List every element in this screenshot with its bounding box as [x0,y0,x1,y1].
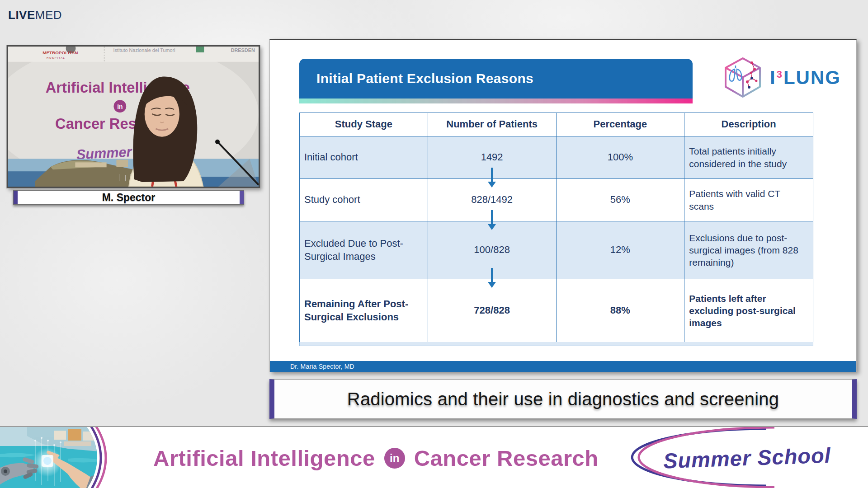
i3lung-wordmark: I3LUNG [770,67,841,89]
livemed-stream-screen: { "brand": { "live": "LIVE", "med": "MED… [0,0,868,488]
flow-arrow-icon [488,210,496,231]
i3lung-sup3: 3 [777,69,783,80]
poster-in-text: in [117,103,123,110]
livemed-logo: LIVEMED [8,8,62,22]
speaker-video-feed[interactable]: METROPOLITAN H O S P I T A L Istituto Na… [7,45,260,188]
table-row: Excluded Due to Post-Surgical Images 100… [300,221,813,279]
slide-title-bar: Initial Patient Exclusion Reasons [299,59,693,99]
table-bottom-strip [299,342,813,346]
livemed-logo-med: MED [35,8,62,22]
table-row: Remaining After Post-Surgical Exclusions… [300,279,813,342]
lecture-title: Radiomics and their use in diagnostics a… [347,389,779,409]
dresden-logo-text: DRESDEN [231,47,255,53]
name-bar-left-accent [14,191,18,204]
cell-stage: Excluded Due to Post-Surgical Images [300,221,428,279]
slide-title: Initial Patient Exclusion Reasons [316,71,533,86]
cell-stage: Remaining After Post-Surgical Exclusions [300,279,428,342]
i3lung-i: I [770,67,776,88]
table-row: Study cohort 828/1492 56% Patients with … [300,179,813,221]
i3lung-cube-icon [722,56,764,100]
livemed-logo-live: LIVE [8,8,35,22]
summer-school-text: Summer School [663,443,831,473]
lecture-title-banner: Radiomics and their use in diagnostics a… [269,379,857,419]
cell-stage: Study cohort [300,179,428,221]
cell-percentage: 12% [557,221,685,279]
speaker-name-bar: M. Spector [13,190,244,205]
event-title: Artificial Intelligence in Cancer Resear… [153,427,599,488]
cell-description: Patients left after excluding post-surgi… [684,279,813,342]
exclusion-table: Study Stage Number of Patients Percentag… [299,113,813,343]
title-gradient-strip [299,99,693,103]
i3lung-lung: LUNG [783,67,841,88]
partner-logo-icon [196,47,204,52]
cell-percentage: 100% [557,136,685,178]
slide-footer-bar: Dr. Maria Spector, MD [270,361,856,372]
event-title-right: Cancer Research [414,446,599,471]
summer-school-badge: Summer School [631,427,845,488]
cell-stage: Initial cohort [300,136,428,178]
summer-school-ellipse-icon: Summer School [631,427,845,488]
cell-percentage: 56% [557,179,685,221]
event-banner: Artificial Intelligence in Cancer Resear… [0,426,868,488]
col-header-study-stage: Study Stage [300,113,428,136]
col-header-percentage: Percentage [557,113,685,136]
speaker-video-scene: METROPOLITAN H O S P I T A L Istituto Na… [8,47,259,187]
speaker-name: M. Spector [102,192,156,204]
cell-description: Patients with valid CT scans [684,179,813,221]
cell-percentage: 88% [557,279,685,342]
table-header-row: Study Stage Number of Patients Percentag… [300,113,813,136]
presentation-slide: Initial Patient Exclusion Reasons [269,39,857,372]
metropolitan-hospital-logo: METROPOLITAN [42,50,78,55]
slide-footer-author: Dr. Maria Spector, MD [290,363,354,370]
metropolitan-hospital-sub: H O S P I T A L [47,56,65,59]
flow-arrow-icon [488,168,496,188]
event-in-circle: in [384,448,405,469]
i3lung-logo: I3LUNG [722,53,849,103]
col-header-number-of-patients: Number of Patients [428,113,557,136]
table-row: Initial cohort 1492 100% Total patients … [300,136,813,179]
ai-hands-photo [0,427,122,488]
flow-arrow-icon [488,268,496,289]
event-title-left: Artificial Intelligence [153,446,375,471]
cell-description: Total patients initially considered in t… [684,136,813,178]
partner-logo-text: Istituto Nazionale dei Tumori [113,47,175,53]
cell-description: Exclusions due to post-surgical images (… [684,221,813,279]
col-header-description: Description [684,113,813,136]
name-bar-right-accent [240,191,244,204]
